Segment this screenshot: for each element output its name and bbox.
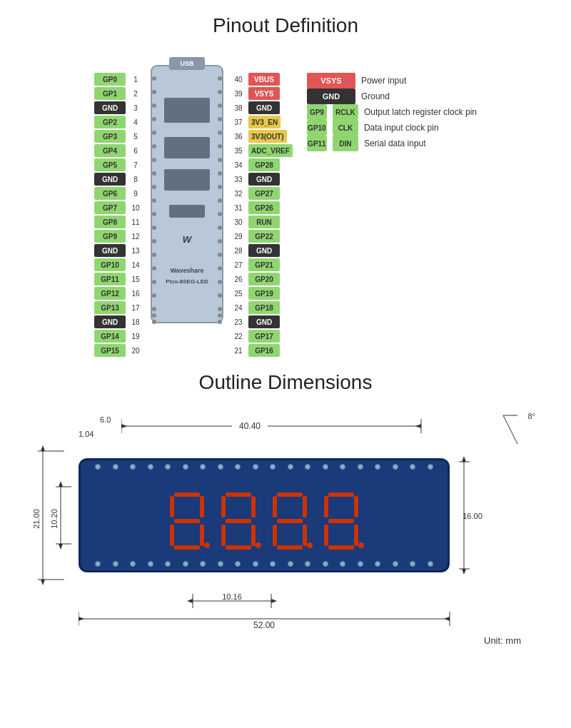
pin-label: GP16 [248, 344, 280, 357]
pinout-content: GP01GP12GND3GP24GP35GP46GP57GND8GP69GP71… [14, 51, 557, 357]
pinout-section: Pinout Definition GP01GP12GND3GP24GP35GP… [0, 0, 571, 364]
svg-rect-5 [164, 169, 210, 191]
pin-number: 3 [127, 101, 144, 114]
left-pin-row: GP710 [94, 201, 144, 214]
legend-chip-left: GP10 [307, 120, 327, 136]
right-dims: 16.00 [450, 444, 492, 587]
svg-text:Pico-8SEG-LED: Pico-8SEG-LED [166, 278, 208, 285]
right-pin-row: 29GP22 [230, 230, 293, 243]
seg-f [221, 496, 226, 517]
legend-row: VSYSPower input [307, 73, 477, 89]
pin-number: 40 [230, 73, 247, 86]
right-pin-row: 33GND [230, 173, 293, 186]
pin-number: 19 [127, 330, 144, 343]
svg-text:10.16: 10.16 [222, 592, 242, 601]
seg-c [354, 525, 358, 546]
seg-c [200, 525, 204, 546]
seg-e [170, 525, 174, 546]
right-dim-svg: 16.00 [450, 444, 492, 587]
left-pin-row: GND18 [94, 315, 144, 328]
pin-label: GP15 [94, 344, 126, 357]
bottom-dims: 10.16 52.00 [79, 587, 542, 630]
digit-3 [271, 492, 308, 550]
seg-g [174, 519, 200, 523]
seg-display-1 [168, 492, 206, 550]
digit-2 [220, 492, 257, 550]
legend-chip-right: RCLK [333, 104, 358, 120]
seg-dot-2 [256, 542, 261, 548]
pin-hole [130, 561, 136, 567]
svg-point-30 [218, 76, 222, 81]
svg-rect-6 [169, 205, 205, 218]
seg-g [277, 519, 303, 523]
pin-number: 5 [127, 130, 144, 143]
pin-hole [305, 561, 310, 567]
left-pin-row: GP69 [94, 187, 144, 200]
pin-hole [410, 561, 415, 567]
pin-hole [253, 464, 258, 470]
svg-point-38 [218, 185, 222, 189]
pin-label: GP6 [94, 187, 126, 200]
svg-point-27 [152, 307, 156, 311]
pin-hole [270, 561, 276, 567]
pin-hole [200, 464, 206, 470]
seg-display-3 [271, 492, 308, 550]
pin-number: 12 [127, 230, 144, 243]
pin-hole [235, 464, 241, 470]
svg-point-45 [218, 280, 222, 284]
pin-hole [288, 561, 293, 567]
svg-marker-52 [415, 424, 421, 428]
pin-hole [288, 464, 293, 470]
svg-point-11 [152, 90, 156, 94]
top-dim-line: 40.40 [121, 408, 428, 444]
pin-label: GND [248, 315, 280, 328]
seg-e [221, 525, 226, 546]
right-pin-row: 21GP16 [230, 344, 293, 357]
svg-point-20 [152, 212, 156, 216]
pin-hole [148, 561, 153, 567]
pin-number: 36 [230, 130, 247, 143]
left-dim-svg: 21.00 10.20 [32, 444, 79, 587]
pin-hole [428, 464, 433, 470]
svg-text:52.00: 52.00 [253, 620, 275, 630]
right-pin-row: 32GP27 [230, 187, 293, 200]
pin-hole [410, 464, 415, 470]
pin-label: GND [94, 315, 126, 328]
svg-text:USB: USB [180, 60, 194, 67]
seg-f [273, 496, 277, 517]
seg-e [324, 525, 328, 546]
seg-dot-4 [358, 542, 364, 548]
pin-number: 28 [230, 244, 247, 257]
pin-number: 21 [230, 344, 247, 357]
right-pin-row: 24GP18 [230, 301, 293, 314]
pin-label: GP14 [94, 330, 126, 343]
right-pin-row: 26GP20 [230, 273, 293, 285]
right-pin-row: 34GP28 [230, 158, 293, 171]
pin-hole [270, 464, 276, 470]
board-center: USB w Waveshare Pico-8SEG-LED [144, 51, 230, 337]
left-pin-row: GP811 [94, 216, 144, 228]
left-pin-row: GP1216 [94, 287, 144, 300]
svg-text:Waveshare: Waveshare [170, 267, 203, 274]
pin-label: GP21 [248, 258, 280, 271]
svg-point-39 [218, 198, 222, 203]
pin-number: 14 [127, 258, 144, 271]
seg-f [324, 496, 328, 517]
seg-dot-3 [307, 542, 313, 548]
pin-label: GND [94, 173, 126, 186]
seg-dot-1 [204, 542, 210, 548]
svg-point-46 [218, 293, 222, 298]
left-pin-row: GND13 [94, 244, 144, 257]
pin-label: GP4 [94, 144, 126, 157]
pin-number: 25 [230, 287, 247, 300]
left-dims: 21.00 10.20 [29, 444, 79, 587]
pin-number: 8 [127, 173, 144, 186]
svg-marker-65 [59, 544, 63, 550]
legend-chip-right: CLK [333, 120, 358, 136]
right-pin-row: 27GP21 [230, 258, 293, 271]
seg-d [174, 545, 200, 550]
seg-a [277, 492, 303, 497]
svg-point-28 [152, 313, 156, 318]
pin-hole [305, 464, 310, 470]
pin-label: GP17 [248, 330, 280, 343]
